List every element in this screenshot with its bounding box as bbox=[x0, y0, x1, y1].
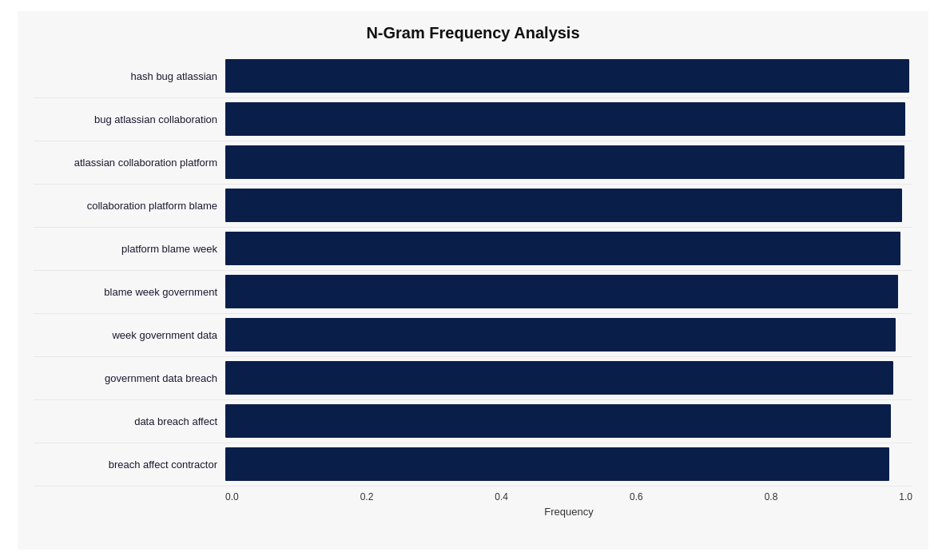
bar-label: collaboration platform blame bbox=[34, 200, 225, 212]
x-tick: 1.0 bbox=[899, 491, 912, 502]
bar-track bbox=[225, 232, 912, 265]
x-tick: 0.2 bbox=[360, 491, 374, 502]
bar-label: platform blame week bbox=[34, 243, 225, 255]
bar-fill bbox=[225, 404, 891, 438]
bar-row: government data breach bbox=[34, 357, 912, 400]
bar-row: hash bug atlassian bbox=[34, 55, 912, 98]
bar-label: atlassian collaboration platform bbox=[34, 157, 225, 169]
bar-row: blame week government bbox=[34, 271, 912, 314]
bar-label: data breach affect bbox=[34, 415, 225, 427]
bar-fill bbox=[225, 189, 902, 222]
x-axis: 0.00.20.40.60.81.0 bbox=[225, 491, 912, 502]
bar-label: bug atlassian collaboration bbox=[34, 113, 225, 125]
x-tick: 0.0 bbox=[225, 491, 239, 502]
chart-title: N-Gram Frequency Analysis bbox=[34, 24, 912, 42]
bar-track bbox=[225, 59, 912, 93]
bar-fill bbox=[225, 447, 889, 481]
bar-label: breach affect contractor bbox=[34, 459, 225, 471]
bar-label: hash bug atlassian bbox=[34, 70, 225, 82]
bar-track bbox=[225, 189, 912, 222]
bar-track bbox=[225, 145, 912, 179]
x-tick: 0.8 bbox=[765, 491, 778, 502]
bar-track bbox=[225, 318, 912, 351]
bar-label: blame week government bbox=[34, 286, 225, 298]
bar-row: platform blame week bbox=[34, 228, 912, 271]
bar-track bbox=[225, 404, 912, 438]
bar-fill bbox=[225, 145, 904, 179]
bar-track bbox=[225, 275, 912, 308]
x-axis-ticks: 0.00.20.40.60.81.0 bbox=[225, 491, 912, 502]
bar-row: week government data bbox=[34, 314, 912, 357]
bar-row: atlassian collaboration platform bbox=[34, 141, 912, 185]
bar-fill bbox=[225, 232, 900, 265]
bar-label: week government data bbox=[34, 329, 225, 341]
chart-area: hash bug atlassianbug atlassian collabor… bbox=[34, 55, 912, 487]
x-tick: 0.6 bbox=[630, 491, 643, 502]
bar-row: collaboration platform blame bbox=[34, 185, 912, 228]
bar-fill bbox=[225, 59, 909, 93]
bar-track bbox=[225, 447, 912, 481]
bar-row: bug atlassian collaboration bbox=[34, 98, 912, 141]
bar-row: data breach affect bbox=[34, 400, 912, 443]
bar-fill bbox=[225, 275, 898, 308]
bar-row: breach affect contractor bbox=[34, 443, 912, 487]
x-axis-label: Frequency bbox=[225, 506, 912, 518]
x-tick: 0.4 bbox=[495, 491, 508, 502]
bar-fill bbox=[225, 102, 905, 136]
bar-label: government data breach bbox=[34, 372, 225, 384]
bar-fill bbox=[225, 318, 896, 351]
chart-container: N-Gram Frequency Analysis hash bug atlas… bbox=[18, 11, 928, 550]
bar-track bbox=[225, 361, 912, 395]
bar-track bbox=[225, 102, 912, 136]
bar-fill bbox=[225, 361, 893, 395]
